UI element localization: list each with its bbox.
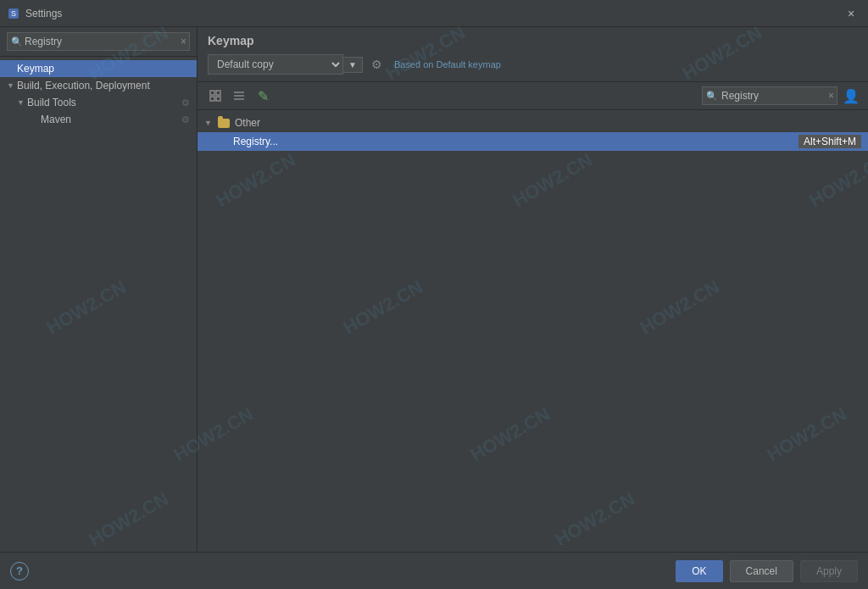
keymap-toolbar: ✎ 🔍 × 👤	[198, 82, 868, 110]
expand-all-icon	[209, 89, 222, 103]
sidebar-search-clear-icon[interactable]: ×	[181, 36, 186, 47]
ok-button[interactable]: OK	[676, 560, 722, 582]
sidebar-item-build-execution-deployment[interactable]: ▼ Build, Execution, Deployment	[0, 77, 197, 94]
window-title: Settings	[25, 8, 841, 19]
content-header: Keymap Default copy Default ▼ ⚙ Based on…	[198, 27, 868, 82]
cancel-button[interactable]: Cancel	[730, 560, 793, 582]
build-tools-arrow: ▼	[17, 98, 27, 107]
content-tree: ▼ Other Registry... Alt+Shift+M	[198, 110, 868, 552]
content-search-area: 🔍 × 👤	[702, 86, 861, 106]
content-search-input[interactable]	[702, 86, 837, 105]
app-icon: S	[7, 7, 20, 20]
collapse-all-icon	[232, 89, 246, 103]
content-tree-registry-item[interactable]: Registry... Alt+Shift+M	[198, 132, 868, 151]
keymap-settings-button[interactable]: ⚙	[368, 56, 386, 73]
collapse-all-button[interactable]	[228, 86, 250, 106]
content-search-inner: 🔍 ×	[702, 86, 837, 105]
keymap-select[interactable]: Default copy Default	[208, 54, 343, 75]
other-group-arrow: ▼	[204, 119, 216, 127]
content-search-clear-icon[interactable]: ×	[828, 90, 834, 102]
sidebar: 🔍 × Keymap ▼ Build, Execution, Deploymen…	[0, 27, 198, 552]
sidebar-item-build-tools[interactable]: ▼ Build Tools ⚙	[0, 94, 197, 111]
sidebar-search-wrap: 🔍 ×	[7, 32, 190, 51]
close-button[interactable]: ×	[841, 3, 861, 24]
build-tools-gear-icon: ⚙	[181, 97, 190, 108]
svg-rect-4	[210, 97, 214, 101]
sidebar-search-bar: 🔍 ×	[0, 27, 197, 57]
build-arrow: ▼	[7, 81, 17, 90]
keymap-based-on-label: Based on Default keymap	[394, 59, 501, 69]
keymap-dropdown-button[interactable]: ▼	[343, 57, 363, 73]
registry-label: Registry...	[233, 136, 798, 147]
bottom-buttons: OK Cancel Apply	[676, 560, 858, 582]
svg-text:S: S	[11, 9, 16, 18]
main-layout: 🔍 × Keymap ▼ Build, Execution, Deploymen…	[0, 27, 868, 552]
bottom-bar: ? OK Cancel Apply	[0, 552, 868, 589]
svg-rect-3	[216, 91, 220, 95]
svg-rect-5	[216, 97, 220, 101]
sidebar-search-icon: 🔍	[11, 36, 23, 47]
content-tree-other-group[interactable]: ▼ Other	[198, 114, 868, 132]
content-area: Keymap Default copy Default ▼ ⚙ Based on…	[198, 27, 868, 552]
keymap-controls: Default copy Default ▼ ⚙ Based on Defaul…	[208, 54, 858, 75]
title-bar: S Settings ×	[0, 0, 868, 27]
other-group-label: Other	[235, 117, 861, 129]
show-shortcut-conflicts-icon[interactable]: 👤	[841, 86, 861, 106]
registry-shortcut-label: Alt+Shift+M	[798, 135, 861, 148]
sidebar-item-maven[interactable]: Maven ⚙	[0, 111, 197, 128]
help-button[interactable]: ?	[10, 562, 29, 581]
sidebar-item-build-tools-label: Build Tools	[27, 97, 76, 108]
sidebar-tree: Keymap ▼ Build, Execution, Deployment ▼ …	[0, 57, 197, 552]
maven-gear-icon: ⚙	[181, 114, 190, 125]
sidebar-item-maven-label: Maven	[41, 114, 71, 125]
expand-all-button[interactable]	[204, 86, 226, 106]
other-group-folder-icon	[216, 116, 231, 130]
sidebar-item-keymap[interactable]: Keymap	[0, 60, 197, 77]
content-title: Keymap	[208, 34, 858, 47]
sidebar-item-keymap-label: Keymap	[17, 63, 54, 75]
svg-rect-2	[210, 91, 214, 95]
apply-button[interactable]: Apply	[800, 560, 858, 582]
edit-shortcut-button[interactable]: ✎	[252, 86, 274, 106]
sidebar-search-input[interactable]	[7, 32, 190, 51]
sidebar-item-build-label: Build, Execution, Deployment	[17, 80, 150, 92]
keymap-select-wrap: Default copy Default ▼	[208, 54, 363, 75]
